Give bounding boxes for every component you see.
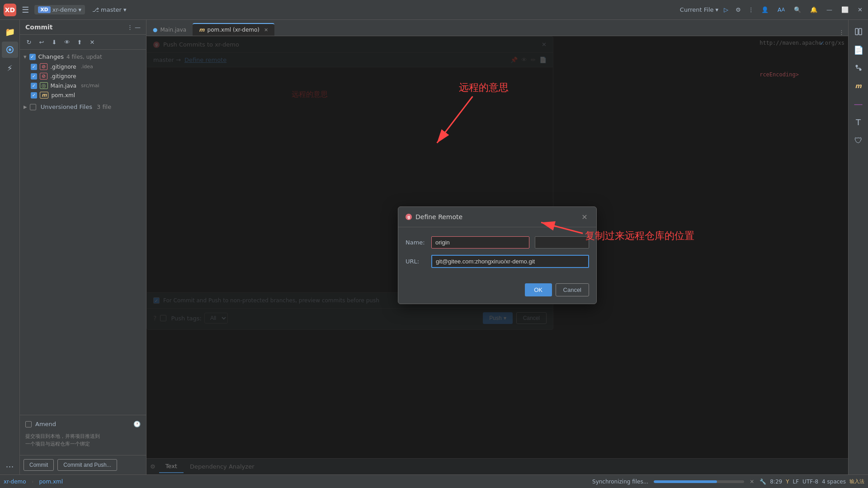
app-logo[interactable]: XD — [4, 4, 16, 16]
project-selector[interactable]: XD xr-demo ▾ — [34, 5, 85, 14]
refresh-icon[interactable]: ↻ — [24, 37, 34, 47]
minimize-icon[interactable]: — — [825, 5, 834, 15]
file-badge-mainjava: ◎ — [40, 82, 48, 89]
sidebar-icons: 📁 ⚡ ⋯ — [0, 20, 20, 474]
search-icon[interactable]: 🔍 — [792, 5, 803, 15]
list-item[interactable]: ✓ ⊘ .gitignore — [20, 71, 146, 81]
url-input[interactable] — [431, 255, 589, 268]
commit-and-push-button[interactable]: Commit and Push... — [57, 459, 117, 471]
name-input[interactable] — [431, 236, 529, 249]
commit-panel-header: Commit ⋮ — — [20, 20, 146, 35]
right-sidebar-git2-icon[interactable] — [850, 60, 867, 76]
svg-point-6 — [855, 65, 858, 67]
collapse-icon[interactable]: ✕ — [87, 37, 98, 47]
profile-icon[interactable]: 👤 — [760, 5, 770, 15]
right-sidebar-diff-icon[interactable] — [850, 23, 867, 40]
changes-expand-icon: ▾ — [24, 53, 27, 60]
unversioned-checkbox[interactable] — [30, 104, 36, 110]
tab-close-icon[interactable]: ✕ — [264, 27, 268, 33]
list-item[interactable]: ✓ ◎ Main.java src/mai — [20, 81, 146, 90]
status-project[interactable]: xr-demo — [4, 479, 26, 485]
right-sidebar-shield-icon[interactable]: 🛡 — [850, 132, 867, 148]
commit-bottom-buttons: Commit Commit and Push... — [20, 455, 146, 474]
right-sidebar-file-icon[interactable]: 📄 — [850, 42, 867, 58]
main-layout: 📁 ⚡ ⋯ Commit ⋮ — ↻ ↩ ⬇ 👁 ⬆ ✕ — [0, 20, 868, 474]
commit-toolbar: ↻ ↩ ⬇ 👁 ⬆ ✕ — [20, 35, 146, 50]
run-button[interactable]: ▷ — [722, 5, 730, 15]
status-extra: 输入法 — [849, 478, 864, 485]
cancel-button[interactable]: Cancel — [556, 283, 589, 296]
right-sidebar-m-icon[interactable]: m — [850, 78, 867, 94]
current-file-label: Current File — [680, 6, 714, 13]
file-path: src/mai — [81, 83, 99, 89]
current-file-chevron-icon: ▾ — [716, 6, 719, 13]
maximize-icon[interactable]: ⬜ — [840, 5, 850, 15]
file-checkbox[interactable]: ✓ — [31, 92, 37, 99]
commit-minimize-icon[interactable]: — — [135, 24, 141, 31]
svg-rect-4 — [855, 28, 858, 35]
file-badge-gitignore2: ⊘ — [40, 73, 47, 80]
tab-more-icon[interactable]: ⋮ — [839, 29, 844, 36]
sidebar-icon-folder[interactable]: 📁 — [2, 23, 18, 40]
project-name: xr-demo — [52, 6, 77, 13]
status-encoding[interactable]: UTF-8 — [802, 479, 818, 485]
current-file-selector[interactable]: Current File ▾ — [680, 6, 718, 13]
top-toolbar: XD ☰ XD xr-demo ▾ ⎇ master ▾ Current Fil… — [0, 0, 868, 20]
notifications-icon[interactable]: 🔔 — [808, 5, 819, 15]
file-checkbox[interactable]: ✓ — [31, 83, 37, 89]
changes-checkbox[interactable]: ✓ — [29, 54, 36, 60]
settings-icon[interactable]: ⚙ — [734, 5, 743, 15]
list-item[interactable]: ✓ ⊘ .gitignore .idea — [20, 62, 146, 71]
sidebar-icon-more[interactable]: ⋯ — [2, 458, 18, 474]
tab-main-java[interactable]: ● Main.java — [146, 24, 193, 36]
undo-icon[interactable]: ↩ — [36, 37, 47, 47]
changes-section: ▾ ✓ Changes 4 files, updat ✓ ⊘ .gitignor… — [20, 50, 146, 102]
commit-button[interactable]: Commit — [24, 459, 54, 471]
sync-close-icon[interactable]: ✕ — [750, 479, 754, 485]
changes-header[interactable]: ▾ ✓ Changes 4 files, updat — [20, 52, 146, 62]
amend-checkbox[interactable] — [25, 421, 32, 427]
define-remote-close-icon[interactable]: ✕ — [580, 212, 589, 221]
close-icon[interactable]: ✕ — [856, 5, 864, 15]
tab-pom-xml-label: pom.xml (xr-demo) — [208, 27, 259, 33]
define-remote-dialog: g Define Remote ✕ Name: URL: — [398, 206, 597, 304]
list-item[interactable]: ✓ m pom.xml — [20, 90, 146, 100]
status-lf[interactable]: LF — [793, 479, 799, 485]
file-name: pom.xml — [51, 92, 75, 99]
m-file-icon: m — [199, 27, 205, 33]
branch-name: master — [101, 6, 122, 13]
file-checkbox[interactable]: ✓ — [31, 64, 37, 70]
eye-icon[interactable]: 👁 — [61, 37, 72, 47]
toolbar-right: 👤 AA 🔍 🔔 — ⬜ ✕ — [760, 5, 864, 15]
ok-button[interactable]: OK — [525, 283, 552, 296]
name-extra-input[interactable] — [535, 236, 589, 249]
expand-icon[interactable]: ⬆ — [74, 37, 85, 47]
changes-label: Changes — [38, 53, 64, 60]
unversioned-section[interactable]: ▶ Unversioned Files 3 file — [20, 102, 146, 112]
status-indent[interactable]: 4 spaces — [822, 479, 846, 485]
status-file[interactable]: pom.xml — [39, 479, 63, 485]
hamburger-menu-icon[interactable]: ☰ — [20, 3, 31, 16]
sidebar-icon-plugins[interactable]: ⚡ — [2, 60, 18, 76]
project-badge: XD — [38, 6, 51, 13]
amend-row: Amend 🕐 — [25, 421, 141, 427]
name-label: Name: — [406, 239, 426, 246]
branch-selector[interactable]: ⎇ master ▾ — [89, 5, 130, 14]
define-remote-title: Define Remote — [415, 213, 576, 221]
sync-status-text: Synchronizing files... — [592, 479, 648, 485]
file-checkbox[interactable]: ✓ — [31, 73, 37, 80]
commit-panel-title: Commit — [25, 23, 53, 31]
commit-more-options-icon[interactable]: ⋮ — [127, 24, 133, 31]
tab-pom-xml[interactable]: m pom.xml (xr-demo) ✕ — [193, 23, 274, 36]
annotation1-arrow-svg — [437, 96, 473, 143]
annotation1-text-svg: 远程的意思 — [459, 82, 509, 93]
status-bar: xr-demo › pom.xml Synchronizing files...… — [0, 474, 868, 488]
more-options-icon[interactable]: ⋮ — [746, 5, 756, 15]
sidebar-icon-git[interactable] — [2, 42, 18, 58]
translate-icon[interactable]: AA — [776, 5, 787, 15]
project-chevron-icon: ▾ — [79, 6, 82, 13]
download-icon[interactable]: ⬇ — [49, 37, 60, 47]
file-badge-pom: m — [40, 92, 48, 99]
file-badge-gitignore1: ⊘ — [40, 63, 47, 70]
right-sidebar-text-icon[interactable]: T — [850, 114, 867, 130]
